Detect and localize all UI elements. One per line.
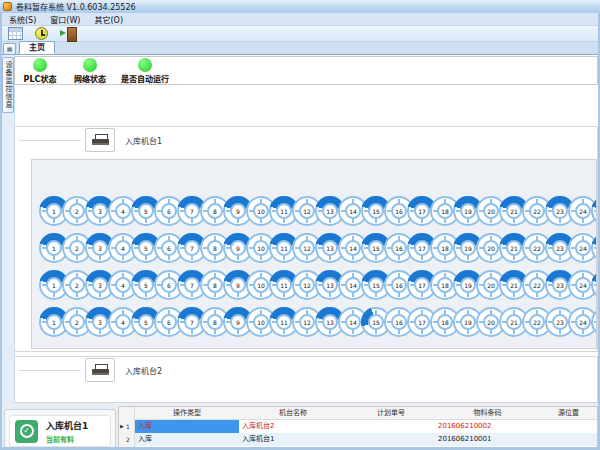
reel-number: 1 [46, 240, 62, 256]
reel-number: 24 [575, 277, 591, 293]
status-light-icon [138, 58, 152, 72]
print-button-machine2[interactable] [85, 358, 115, 382]
reel-number: 10 [253, 314, 269, 330]
reel-number: 16 [391, 277, 407, 293]
header-rule [19, 370, 81, 371]
table-row-3[interactable]: 3入库入库机台2201606210002 [119, 446, 597, 447]
reel-number: 11 [276, 314, 292, 330]
reel-number: 4 [115, 240, 131, 256]
menu-item-other[interactable]: 其它(O) [87, 14, 130, 25]
reel-number: 5 [138, 314, 154, 330]
reel-number: 18 [437, 203, 453, 219]
reel-number: 22 [529, 203, 545, 219]
toolbar-button-time[interactable] [31, 26, 51, 42]
reel-number: 2 [69, 314, 85, 330]
reel-number: 20 [483, 314, 499, 330]
reel-number: 22 [529, 314, 545, 330]
reel-number: 19 [460, 314, 476, 330]
machine1-title: 入库机台1 [125, 135, 162, 146]
tab-home[interactable]: 主页 [19, 41, 55, 54]
menu-item-window[interactable]: 窗口(W) [43, 14, 87, 25]
reel-number: 12 [299, 277, 315, 293]
row-number: 3 [126, 446, 130, 447]
reel-number: 11 [276, 203, 292, 219]
reel-number: 4 [115, 314, 131, 330]
toolbar-button-schedule[interactable] [5, 26, 25, 42]
toolbar-button-exit[interactable] [57, 26, 77, 42]
client-area: 系统(S)窗口(W)其它(O) ▦ 主页 设备监控信息 PLC状态 网络状态 是… [2, 13, 598, 447]
column-header-1[interactable]: 机台名称 [239, 407, 347, 420]
cell-3-1[interactable]: 入库机台2 [239, 446, 347, 447]
cell-3-3[interactable]: 201606210002 [435, 446, 540, 447]
cell-1-4[interactable] [540, 420, 597, 433]
reel-row-1: 1234567891011121314151617181920212223242… [39, 196, 596, 226]
cell-1-3[interactable]: 201606210002 [435, 420, 540, 433]
reel-number: 9 [230, 314, 246, 330]
table-row-1[interactable]: ▶1入库入库机台2201606210002 [119, 420, 597, 433]
reel-number: 3 [92, 277, 108, 293]
reel-number: 13 [322, 277, 338, 293]
reel-number: 19 [460, 277, 476, 293]
app-window: 卷料暂存系统 V1.0.6034.25526 系统(S)窗口(W)其它(O) ▦… [0, 0, 600, 450]
reel-number: 21 [506, 314, 522, 330]
row-selector[interactable]: 3 [119, 446, 135, 447]
status-indicator-group: PLC状态 网络状态 是否自动运行 [14, 56, 598, 85]
reel-number: 18 [437, 240, 453, 256]
cell-1-0[interactable]: 入库 [135, 420, 239, 433]
cell-2-3[interactable]: 201606210001 [435, 433, 540, 446]
table-row-2[interactable]: 2入库入库机台1201606210001 [119, 433, 597, 446]
row-selector[interactable]: 2 [119, 433, 135, 446]
title-bar[interactable]: 卷料暂存系统 V1.0.6034.25526 [0, 0, 600, 13]
reel-number: 7 [184, 277, 200, 293]
reel-slot-grid: 1234567891011121314151617181920212223242… [31, 159, 597, 349]
cell-2-4[interactable] [540, 433, 597, 446]
reel-number: 16 [391, 240, 407, 256]
machine-card-title: 入库机台1 [46, 419, 88, 432]
side-autohide-tab[interactable]: 设备监控信息 [2, 57, 14, 113]
machine-panel-1: 入库机台1 1234567891011121314151617181920212… [14, 126, 598, 352]
cell-2-0[interactable]: 入库 [135, 433, 239, 446]
reel-number: 7 [184, 203, 200, 219]
reel-number: 13 [322, 240, 338, 256]
reel-number: 14 [345, 240, 361, 256]
reel-spoke [594, 321, 597, 323]
reel-row-2: 1234567891011121314151617181920212223242… [39, 233, 596, 263]
reel-number: 18 [437, 314, 453, 330]
cell-1-2[interactable] [347, 420, 435, 433]
window-title: 卷料暂存系统 V1.0.6034.25526 [16, 1, 136, 12]
reel-number: 19 [460, 203, 476, 219]
reel-number: 11 [276, 277, 292, 293]
reel-number: 21 [506, 240, 522, 256]
column-header-0[interactable]: 操作类型 [135, 407, 239, 420]
status-light-icon [83, 58, 97, 72]
column-header-3[interactable]: 物料条码 [435, 407, 540, 420]
cell-3-4[interactable] [540, 446, 597, 447]
reel-number: 21 [506, 203, 522, 219]
cell-2-1[interactable]: 入库机台1 [239, 433, 347, 446]
check-badge-icon: ✓ [15, 420, 38, 443]
print-button-machine1[interactable] [85, 128, 115, 152]
reel-row-4: 1234567891011121314151617181920212223242… [39, 307, 596, 337]
reel-number: 6 [161, 314, 177, 330]
tab-strip: ▦ 主页 [2, 42, 598, 55]
cell-1-1[interactable]: 入库机台2 [239, 420, 347, 433]
reel-number: 23 [552, 203, 568, 219]
reel-number: 2 [69, 240, 85, 256]
reel-number: 18 [437, 277, 453, 293]
printer-icon [92, 364, 109, 377]
menu-item-system[interactable]: 系统(S) [2, 14, 43, 25]
row-selector[interactable]: ▶1 [119, 420, 135, 433]
reel-number: 9 [230, 277, 246, 293]
machine-card-1[interactable]: ✓ 入库机台1 当前有料 [9, 415, 111, 447]
column-header-2[interactable]: 计划单号 [347, 407, 435, 420]
reel-number: 17 [414, 314, 430, 330]
cell-3-0[interactable]: 入库 [135, 446, 239, 447]
reel-number: 12 [299, 203, 315, 219]
column-header-4[interactable]: 源位置 [540, 407, 597, 420]
dock-stub-tab[interactable]: ▦ [3, 43, 16, 54]
cell-3-2[interactable] [347, 446, 435, 447]
cell-2-2[interactable] [347, 433, 435, 446]
reel-number: 24 [575, 203, 591, 219]
reel-number: 16 [391, 203, 407, 219]
reel-number: 22 [529, 277, 545, 293]
